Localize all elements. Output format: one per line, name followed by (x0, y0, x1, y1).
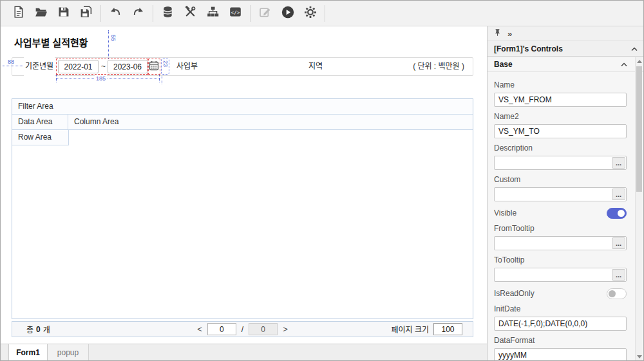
app-window: </> 사업부별 실적현황 기준년월 ~ 사업부 지역 ( 단위 : 백만원 ) (0, 0, 644, 361)
hierarchy-button[interactable] (202, 3, 224, 24)
description-input[interactable] (494, 156, 627, 170)
settings-gear-icon (303, 5, 317, 22)
save-button[interactable] (52, 3, 75, 24)
name-input[interactable] (494, 93, 627, 107)
run-button[interactable] (276, 3, 299, 24)
prop-label-custom: Custom (494, 175, 627, 184)
fromtooltip-ellipsis-button[interactable]: ... (612, 237, 625, 249)
fromtooltip-input[interactable] (494, 236, 627, 250)
range-separator: ~ (101, 60, 106, 73)
prop-label-visible: Visible (494, 208, 516, 218)
page-size-label: 페이지 크기 (391, 324, 429, 335)
svg-text:</>: </> (231, 10, 240, 15)
form-tabbar: Form1 popup (1, 344, 487, 361)
property-inspector: » [Form1]'s Controls Base Name Name2 Des… (487, 26, 644, 361)
base-section-header[interactable]: Base (488, 57, 644, 72)
guide-line-top (108, 30, 109, 59)
period-label: 기준년월 (24, 57, 55, 76)
date-to-input[interactable] (108, 60, 147, 73)
undo-icon (109, 5, 122, 21)
controls-header-label: [Form1]'s Controls (494, 44, 563, 53)
edit-icon (258, 5, 272, 21)
properties-list: Name Name2 Description ... Custom ... Vi… (488, 73, 636, 361)
initdate-input[interactable] (494, 317, 627, 331)
toggle-knob (618, 210, 625, 217)
design-canvas: 사업부별 실적현황 기준년월 ~ 사업부 지역 ( 단위 : 백만원 ) 55 … (1, 26, 487, 361)
page-size-group: 페이지 크기 (391, 323, 473, 335)
name2-input[interactable] (494, 124, 627, 138)
page-title: 사업부별 실적현황 (14, 35, 88, 49)
prop-label-description: Description (494, 143, 627, 153)
dataformat-input[interactable] (494, 348, 627, 361)
scrollbar-thumb[interactable] (636, 66, 642, 192)
custom-input[interactable] (494, 187, 627, 201)
totooltip-ellipsis-button[interactable]: ... (612, 269, 625, 281)
scroll-up-arrow-icon[interactable] (637, 60, 642, 63)
chevron-up-icon (631, 44, 638, 53)
prop-label-name: Name (494, 80, 627, 89)
prop-label-initdate: InitDate (494, 304, 627, 313)
measure-top: 55 (110, 35, 117, 41)
toggle-knob (609, 290, 616, 297)
new-file-button[interactable] (7, 3, 30, 24)
next-page-button[interactable]: > (283, 324, 288, 334)
pager-bar: 총 0 개 < / > 페이지 크기 (12, 321, 473, 337)
prop-label-name2: Name2 (494, 112, 627, 121)
toolbar-divider (325, 5, 325, 22)
hierarchy-icon (206, 5, 220, 21)
guide-line-below (162, 76, 162, 84)
prop-label-totooltip: ToTooltip (494, 255, 627, 264)
open-button[interactable] (30, 3, 52, 24)
filter-area-cell[interactable]: Filter Area (12, 99, 473, 115)
measure-width: 185 (95, 75, 107, 82)
inspector-titlebar: » (488, 26, 644, 41)
data-area-cell[interactable]: Data Area (12, 115, 68, 129)
totooltip-input[interactable] (494, 268, 627, 282)
custom-ellipsis-button[interactable]: ... (612, 189, 625, 200)
save-icon (57, 5, 70, 21)
description-ellipsis-button[interactable]: ... (612, 157, 625, 169)
measure-left: 88 (8, 59, 14, 65)
calendar-button[interactable] (148, 60, 160, 72)
unit-note: ( 단위 : 백만원 ) (400, 57, 464, 76)
database-icon (161, 5, 175, 21)
current-page-input[interactable] (207, 323, 236, 335)
isreadonly-toggle[interactable] (607, 288, 627, 299)
prev-page-button[interactable]: < (197, 324, 202, 334)
build-tools-button[interactable] (179, 3, 202, 24)
tab-popup[interactable]: popup (48, 344, 89, 361)
tab-form1[interactable]: Form1 (8, 344, 48, 361)
toolbar-divider (153, 5, 153, 22)
code-view-icon: </> (229, 5, 242, 21)
main-toolbar: </> (1, 1, 643, 26)
code-view-button[interactable]: </> (224, 3, 247, 24)
save-all-icon (79, 5, 93, 21)
database-button[interactable] (156, 3, 179, 24)
visible-toggle[interactable] (607, 208, 627, 219)
region-label: 지역 (307, 57, 324, 76)
guide-tick-right (159, 75, 160, 82)
settings-button[interactable] (299, 3, 321, 24)
controls-header[interactable]: [Form1]'s Controls (488, 41, 644, 57)
guide-line-width (56, 79, 160, 79)
column-area-cell[interactable]: Column Area (68, 115, 473, 129)
edit-button[interactable] (254, 3, 276, 24)
redo-icon (131, 5, 145, 21)
date-from-input[interactable] (58, 60, 99, 73)
run-icon (281, 5, 295, 22)
save-all-button[interactable] (75, 3, 97, 24)
page-size-input[interactable] (433, 323, 462, 335)
base-section-label: Base (494, 60, 513, 69)
page-separator: / (242, 325, 243, 334)
inspector-scrollbar[interactable] (635, 57, 642, 361)
redo-button[interactable] (127, 3, 149, 24)
guide-tick-left (56, 75, 57, 82)
pin-icon[interactable] (493, 28, 502, 39)
division-label: 사업부 (175, 57, 199, 76)
build-tools-icon (184, 5, 197, 21)
row-area-cell[interactable]: Row Area (12, 130, 69, 145)
undo-button[interactable] (104, 3, 127, 24)
toolbar-divider (250, 5, 251, 22)
scroll-down-arrow-icon[interactable] (637, 355, 642, 358)
collapse-panel-button[interactable]: » (507, 30, 512, 38)
